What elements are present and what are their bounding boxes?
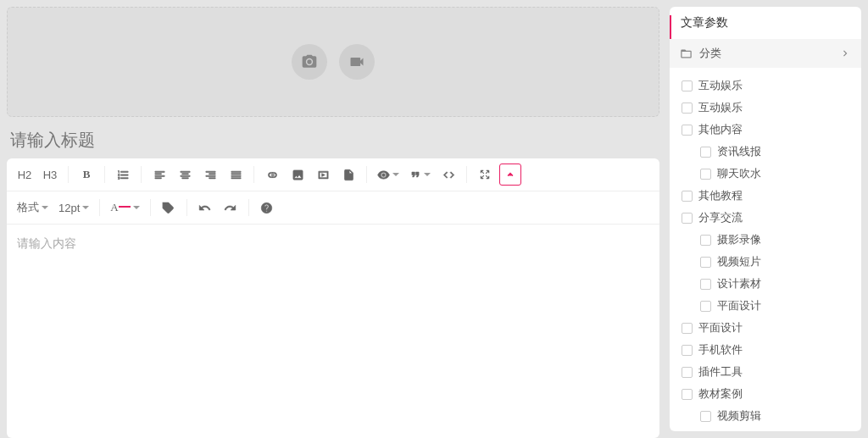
align-center-button[interactable] — [174, 164, 196, 186]
category-child-item[interactable]: 聊天吹水 — [700, 163, 861, 185]
checkbox[interactable] — [700, 279, 711, 290]
checkbox[interactable] — [682, 80, 693, 91]
heading2-button[interactable]: H2 — [14, 164, 36, 186]
category-label: 摄影录像 — [717, 232, 761, 247]
category-item[interactable]: 其他内容 — [682, 119, 861, 141]
preview-dropdown[interactable] — [374, 164, 403, 186]
toolbar-divider — [253, 166, 254, 183]
checkbox[interactable] — [682, 103, 693, 114]
category-child-item[interactable]: 设计素材 — [700, 273, 861, 295]
bold-button[interactable]: B — [75, 164, 97, 186]
toolbar-row-1: H2 H3 B — [7, 158, 659, 191]
font-color-button[interactable]: A — [107, 197, 142, 219]
category-child-item[interactable]: 视频剪辑 — [700, 405, 861, 427]
checkbox[interactable] — [682, 323, 693, 334]
checkbox[interactable] — [700, 235, 711, 246]
title-input[interactable] — [7, 117, 659, 158]
category-label: 教材案例 — [698, 386, 743, 402]
toolbar-divider — [141, 166, 142, 183]
category-child-item[interactable]: 平面设计 — [700, 295, 861, 317]
checkbox[interactable] — [700, 169, 711, 180]
category-label: 聊天吹水 — [717, 166, 761, 181]
category-label: 插件工具 — [698, 364, 743, 380]
category-section-header[interactable]: 分类 — [670, 39, 861, 68]
checkbox[interactable] — [682, 367, 693, 378]
checkbox[interactable] — [700, 301, 711, 312]
content-area[interactable]: 请输入内容 — [7, 225, 659, 438]
category-label: 平面设计 — [717, 298, 761, 313]
toolbar-divider — [99, 199, 100, 216]
toolbar-divider — [248, 199, 249, 216]
category-item[interactable]: 其他教程 — [682, 185, 861, 207]
redo-button[interactable] — [220, 197, 242, 219]
undo-button[interactable] — [194, 197, 216, 219]
tag-button[interactable] — [158, 197, 180, 219]
checkbox[interactable] — [700, 257, 711, 268]
category-child-item[interactable]: 课件试题 — [700, 427, 861, 431]
category-item[interactable]: 教材案例 — [682, 383, 861, 405]
blockquote-button[interactable] — [406, 164, 434, 186]
file-button[interactable] — [337, 164, 359, 186]
category-label: 其他内容 — [698, 122, 743, 137]
ordered-list-button[interactable] — [112, 164, 134, 186]
toolbar-divider — [68, 166, 69, 183]
chevron-right-icon — [839, 47, 851, 59]
category-child-item[interactable]: 视频短片 — [700, 251, 861, 273]
image-button[interactable] — [287, 164, 309, 186]
checkbox[interactable] — [682, 191, 693, 202]
fontsize-dropdown[interactable]: 12pt — [55, 197, 92, 219]
heading3-button[interactable]: H3 — [39, 164, 61, 186]
category-label: 分享交流 — [698, 210, 743, 225]
category-label: 互动娱乐 — [698, 100, 743, 115]
category-item[interactable]: 平面设计 — [682, 317, 861, 339]
category-label: 设计素材 — [717, 276, 761, 291]
toolbar-divider — [186, 199, 187, 216]
checkbox[interactable] — [682, 345, 693, 356]
collapse-button[interactable] — [499, 164, 521, 186]
upload-photo-button[interactable] — [292, 44, 327, 80]
checkbox[interactable] — [682, 389, 693, 400]
checkbox[interactable] — [682, 125, 693, 136]
fullscreen-button[interactable] — [474, 164, 496, 186]
checkbox[interactable] — [700, 147, 711, 158]
category-label: 视频剪辑 — [717, 408, 761, 424]
category-item[interactable]: 手机软件 — [682, 339, 861, 361]
category-label: 课件试题 — [717, 430, 761, 431]
toolbar-row-2: 格式 12pt A — [7, 191, 659, 225]
category-item[interactable]: 互动娱乐 — [682, 75, 861, 97]
link-button[interactable] — [261, 164, 283, 186]
main-panel: H2 H3 B — [7, 0, 659, 438]
category-label: 其他教程 — [698, 188, 743, 203]
camera-icon — [301, 53, 318, 70]
help-button[interactable] — [256, 197, 278, 219]
category-section-label: 分类 — [699, 46, 721, 61]
align-left-button[interactable] — [148, 164, 170, 186]
video-icon — [348, 53, 365, 70]
checkbox[interactable] — [700, 411, 711, 422]
category-child-item[interactable]: 资讯线报 — [700, 141, 861, 163]
code-button[interactable] — [437, 164, 459, 186]
svg-point-0 — [165, 204, 167, 206]
category-label: 视频短片 — [717, 254, 761, 269]
rich-editor: H2 H3 B — [7, 158, 659, 438]
toolbar-divider — [366, 166, 367, 183]
category-item[interactable]: 插件工具 — [682, 361, 861, 383]
category-item[interactable]: 互动娱乐 — [682, 97, 861, 119]
toolbar-divider — [104, 166, 105, 183]
toolbar-divider — [466, 166, 467, 183]
category-label: 手机软件 — [698, 342, 743, 358]
category-item[interactable]: 分享交流 — [682, 207, 861, 229]
media-dropzone[interactable] — [7, 7, 659, 117]
align-justify-button[interactable] — [225, 164, 247, 186]
align-right-button[interactable] — [199, 164, 221, 186]
checkbox[interactable] — [682, 213, 693, 224]
category-label: 资讯线报 — [717, 144, 761, 159]
category-tree: 互动娱乐互动娱乐其他内容资讯线报聊天吹水其他教程分享交流摄影录像视频短片设计素材… — [670, 68, 861, 431]
category-child-item[interactable]: 摄影录像 — [700, 229, 861, 251]
category-label: 互动娱乐 — [698, 78, 743, 93]
upload-video-button[interactable] — [339, 44, 375, 80]
toolbar-divider — [150, 199, 151, 216]
format-dropdown[interactable]: 格式 — [14, 197, 52, 219]
folder-open-icon — [680, 47, 693, 60]
media-button[interactable] — [312, 164, 334, 186]
